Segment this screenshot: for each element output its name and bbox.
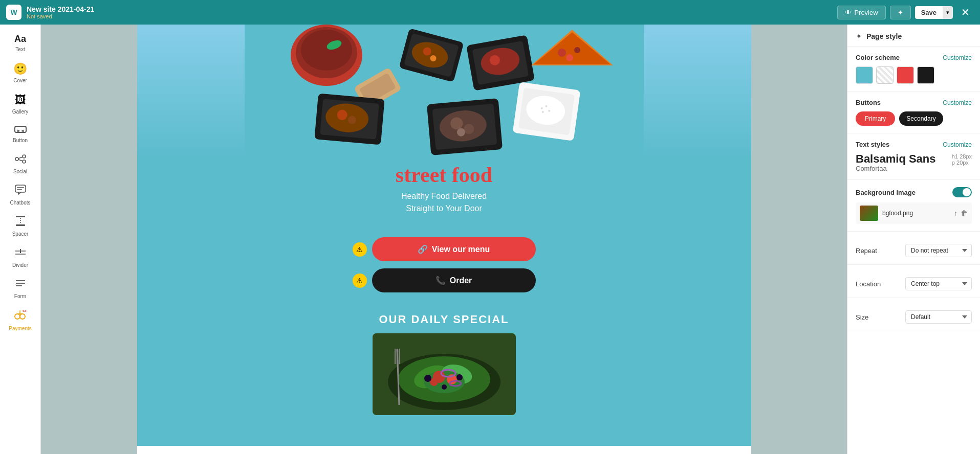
repeat-label: Repeat [856, 247, 877, 255]
primary-font-name: Balsamiq Sans [856, 153, 936, 165]
main-area: Aa Text 🙂 Cover 🖼 Gallery ▶ ◀ Button Soc… [0, 25, 980, 454]
sidebar-item-spacer[interactable]: Spacer [0, 211, 40, 242]
form-icon [15, 278, 26, 291]
buttons-preview: Primary Secondary [856, 111, 972, 126]
color-swatch-blue[interactable] [856, 66, 873, 84]
sidebar-item-text[interactable]: Aa Text [0, 29, 40, 57]
left-sidebar: Aa Text 🙂 Cover 🖼 Gallery ▶ ◀ Button Soc… [0, 25, 41, 454]
sidebar-item-form[interactable]: Form [0, 273, 40, 304]
canvas-content: street food Healthy Food Delivered Strai… [137, 25, 751, 454]
sidebar-item-button[interactable]: ▶ ◀ Button [0, 120, 40, 148]
sidebar-item-social[interactable]: Social [0, 148, 40, 179]
color-swatch-black[interactable] [917, 66, 934, 84]
gallery-icon: 🖼 [15, 94, 26, 107]
font-names: Balsamiq Sans Comfortaa [856, 153, 936, 172]
sidebar-item-chatbots[interactable]: Chatbots [0, 179, 40, 211]
sidebar-item-divider[interactable]: Divider [0, 242, 40, 273]
phone-icon: 📞 [435, 276, 446, 285]
svg-point-20 [20, 314, 25, 319]
size-label: Size [856, 313, 868, 321]
secondary-button-preview[interactable]: Secondary [899, 111, 943, 126]
daily-special-title: OUR DAILY SPECIAL [373, 313, 516, 326]
location-label: Location [856, 280, 881, 288]
size-select[interactable]: Default Cover Contain Auto [905, 310, 972, 324]
save-dropdown-button[interactable]: ▾ [943, 6, 953, 19]
wand-icon: ✦ [898, 9, 903, 16]
bg-download-button[interactable]: ↑ [954, 209, 957, 217]
location-select[interactable]: Center top Center center Center bottom L… [905, 277, 972, 290]
sidebar-label-social: Social [13, 169, 27, 174]
secondary-font-name: Comfortaa [856, 165, 936, 172]
top-bar: W New site 2021-04-21 Not saved 👁 Previe… [0, 0, 980, 25]
repeat-row: Repeat Do not repeat Repeat Repeat X Rep… [856, 244, 972, 257]
background-image-section: Background image bgfood.png ↑ 🗑 [847, 180, 980, 232]
sidebar-item-gallery[interactable]: 🖼 Gallery [0, 88, 40, 120]
divider-icon [15, 247, 26, 260]
background-image-label: Background image [856, 189, 916, 196]
size-row: Size Default Cover Contain Auto [856, 310, 972, 324]
sidebar-item-cover[interactable]: 🙂 Cover [0, 57, 40, 88]
button-icon: ▶ ◀ [14, 125, 27, 135]
logo-text: W [10, 8, 17, 16]
location-row: Location Center top Center center Center… [856, 277, 972, 290]
panel-header: ✦ Page style [847, 25, 980, 47]
sidebar-item-payments[interactable]: Soon Payments [0, 304, 40, 336]
color-scheme-customize-link[interactable]: Customize [943, 54, 972, 61]
primary-button-preview[interactable]: Primary [856, 111, 895, 126]
sidebar-label-spacer: Spacer [12, 231, 29, 237]
hero-buttons: ⚠ 🔗 View our menu ⚠ 📞 Order [137, 237, 751, 292]
p-size: p 20px [952, 160, 972, 166]
magic-button[interactable]: ✦ [890, 6, 911, 19]
buttons-label: Buttons [856, 99, 881, 106]
color-swatches [856, 66, 972, 84]
close-button[interactable]: ✕ [957, 4, 974, 20]
order-btn-row: ⚠ 📞 Order [353, 268, 536, 292]
warning-icon-menu: ⚠ [353, 242, 367, 257]
sidebar-label-form: Form [14, 293, 26, 299]
svg-point-44 [566, 54, 573, 61]
eye-icon: 👁 [845, 9, 852, 16]
text-styles-grid: Balsamiq Sans Comfortaa h1 28px p 20px [856, 153, 972, 172]
svg-point-27 [301, 30, 352, 71]
chatbots-icon [15, 185, 26, 198]
text-styles-row: Text styles Customize [856, 141, 972, 148]
svg-text:▶ ◀: ▶ ◀ [17, 129, 24, 132]
color-scheme-section: Color scheme Customize [847, 47, 980, 92]
preview-button[interactable]: 👁 Preview [837, 6, 885, 19]
salad-image-svg [373, 333, 516, 415]
top-bar-right: 👁 Preview ✦ Save ▾ ✕ [837, 4, 974, 20]
color-swatch-pattern[interactable] [876, 66, 894, 84]
daily-special-image [373, 333, 516, 415]
view-menu-button[interactable]: 🔗 View our menu [372, 237, 536, 261]
bg-filename: bgfood.png [882, 210, 950, 217]
hero-title: street food [396, 163, 492, 187]
svg-rect-11 [16, 224, 25, 226]
svg-point-76 [442, 384, 447, 390]
text-styles-customize-link[interactable]: Customize [943, 141, 972, 148]
svg-point-3 [23, 155, 26, 158]
sidebar-label-chatbots: Chatbots [10, 200, 30, 206]
social-icon [15, 153, 26, 167]
save-status: Not saved [27, 13, 94, 19]
sidebar-label-text: Text [15, 47, 25, 52]
sidebar-label-button: Button [13, 138, 28, 143]
food-photo [137, 25, 751, 157]
sidebar-label-payments: Payments [9, 326, 31, 331]
menu-btn-row: ⚠ 🔗 View our menu [353, 237, 536, 261]
svg-rect-10 [16, 216, 25, 217]
buttons-customize-link[interactable]: Customize [943, 99, 972, 106]
bg-actions: ↑ 🗑 [954, 209, 968, 217]
svg-line-6 [18, 160, 23, 161]
bg-thumbnail [860, 206, 878, 221]
save-button[interactable]: Save [915, 6, 943, 19]
hero-subtitle-line2: Straight to Your Door [396, 202, 492, 215]
color-swatch-red[interactable] [897, 66, 914, 84]
repeat-section: Repeat Do not repeat Repeat Repeat X Rep… [847, 232, 980, 265]
svg-point-75 [456, 374, 463, 380]
bg-delete-button[interactable]: 🗑 [961, 209, 968, 217]
background-image-toggle[interactable] [952, 187, 972, 197]
sidebar-label-gallery: Gallery [12, 109, 29, 115]
order-button[interactable]: 📞 Order [372, 268, 536, 292]
color-scheme-label: Color scheme [856, 54, 900, 61]
repeat-select[interactable]: Do not repeat Repeat Repeat X Repeat Y [905, 244, 972, 257]
